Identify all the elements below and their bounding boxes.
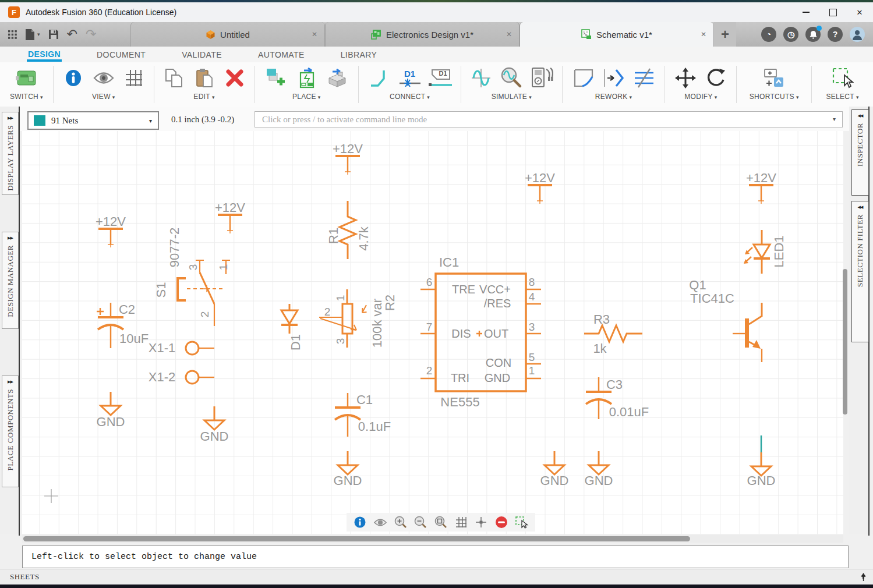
ripup-icon[interactable] <box>632 66 656 90</box>
tab-close-icon[interactable]: ✕ <box>701 30 706 38</box>
rotate-icon[interactable] <box>704 66 728 90</box>
schematic-label[interactable]: 4.7k <box>356 226 372 251</box>
schematic-label[interactable]: 0.1uF <box>358 419 391 434</box>
group-label-rework[interactable]: REWORK▾ <box>595 93 632 101</box>
schematic-label[interactable]: GND <box>585 473 613 488</box>
pin-icon[interactable] <box>860 573 867 583</box>
schematic-label[interactable]: C3 <box>606 377 623 392</box>
schematic-label[interactable]: GND <box>485 371 510 385</box>
minimize-button[interactable] <box>793 2 819 22</box>
tab-electronics-design[interactable]: Electronics Design v1* ✕ <box>325 22 519 47</box>
schematic-label[interactable]: TIC41C <box>690 291 734 306</box>
schematic-canvas[interactable]: +12V+12V+12V+12V+12VGNDGNDGNDGNDGNDGND90… <box>22 131 843 534</box>
undo-icon[interactable]: ↶ <box>67 28 77 41</box>
tab-document[interactable]: DOCUMENT <box>96 48 147 62</box>
gnd-symbol[interactable] <box>204 406 224 430</box>
group-label-simulate[interactable]: SIMULATE▾ <box>492 93 532 101</box>
delete-icon[interactable] <box>222 66 247 90</box>
power-symbol-12v[interactable] <box>218 215 242 233</box>
connector-X1-1-symbol[interactable] <box>186 342 214 355</box>
schematic-label[interactable]: OUT <box>484 327 508 341</box>
group-label-switch[interactable]: SWITCH▾ <box>10 93 43 101</box>
group-label-shortcuts[interactable]: SHORTCUTS▾ <box>750 93 799 101</box>
multimeter-icon[interactable] <box>529 66 554 90</box>
command-line-caret[interactable]: ▾ <box>833 116 836 122</box>
origin-toggle-icon[interactable] <box>474 515 488 529</box>
power-symbol-12v[interactable] <box>528 185 552 204</box>
schematic-label[interactable]: LED1 <box>772 235 787 267</box>
schematic-label[interactable]: 10uF <box>119 331 149 346</box>
resistor-R1-symbol[interactable] <box>340 201 356 259</box>
schematic-label[interactable]: /RES <box>484 297 511 310</box>
vertical-scrollbar-thumb[interactable] <box>843 269 847 415</box>
eye-icon[interactable] <box>91 66 116 90</box>
gnd-symbol[interactable] <box>751 452 771 476</box>
panel-design-manager[interactable]: ▶▶ DESIGN MANAGER <box>2 232 19 329</box>
group-label-edit[interactable]: EDIT▾ <box>193 93 214 101</box>
notifications-bell-icon[interactable] <box>805 27 821 42</box>
schematic-label[interactable]: 6 <box>426 276 433 289</box>
tab-design[interactable]: DESIGN <box>27 47 62 62</box>
new-tab-button[interactable]: + <box>714 22 736 47</box>
group-label-place[interactable]: PLACE▾ <box>292 93 321 101</box>
schematic-label[interactable]: 3 <box>529 321 535 334</box>
net-name-icon[interactable]: D1 <box>398 66 422 90</box>
visibility-eye-icon[interactable] <box>373 515 387 529</box>
schematic-label[interactable]: 7 <box>426 321 433 334</box>
shortcuts-icon[interactable] <box>762 66 786 90</box>
horizontal-scrollbar-thumb[interactable] <box>23 536 690 541</box>
command-line-input[interactable] <box>255 111 843 127</box>
zoom-out-icon[interactable] <box>413 515 427 529</box>
expand-right-icon[interactable]: ▶▶ <box>8 236 13 240</box>
panel-inspector[interactable]: ◀◀ INSPECTOR <box>851 109 869 196</box>
user-avatar[interactable] <box>850 27 865 42</box>
group-label-connect[interactable]: CONNECT▾ <box>390 93 430 101</box>
net-wire-icon[interactable] <box>367 66 392 90</box>
info-mode-icon[interactable] <box>353 515 367 529</box>
nets-dropdown[interactable]: 91 Nets ▾ <box>27 111 159 130</box>
schematic-label[interactable]: D1 <box>288 334 303 350</box>
schematic-label[interactable]: +12V <box>746 171 776 186</box>
schematic-label[interactable]: R1 <box>326 228 341 244</box>
file-menu-icon[interactable]: ▾ <box>25 29 40 41</box>
expand-right-icon[interactable]: ▶▶ <box>8 116 13 121</box>
paste-icon[interactable] <box>192 66 217 90</box>
gnd-symbol[interactable] <box>589 451 609 474</box>
schematic-label[interactable]: X1-1 <box>149 341 175 356</box>
schematic-label[interactable]: R3 <box>593 312 610 327</box>
schematic-label[interactable]: DIS <box>451 327 471 341</box>
schematic-label[interactable]: IC1 <box>439 255 459 270</box>
schematic-label[interactable]: 0.01uF <box>609 405 649 420</box>
zoom-fit-icon[interactable] <box>434 515 448 529</box>
schematic-label[interactable]: C1 <box>356 392 373 408</box>
tab-automate[interactable]: AUTOMATE <box>257 48 306 62</box>
connector-X1-2-symbol[interactable] <box>186 371 214 384</box>
schematic-label[interactable]: GND <box>200 429 229 444</box>
tab-schematic[interactable]: Schematic v1* ✕ <box>519 22 714 47</box>
schematic-label[interactable]: +12V <box>215 200 245 215</box>
zoom-in-icon[interactable] <box>394 515 408 529</box>
expand-right-icon[interactable]: ▶▶ <box>8 380 13 384</box>
diode-D1-symbol[interactable] <box>281 304 298 334</box>
schematic-label[interactable]: NE555 <box>440 395 479 410</box>
schematic-label[interactable]: GND <box>334 473 362 488</box>
schematic-label[interactable]: 2 <box>426 364 433 377</box>
schematic-label[interactable]: S1 <box>154 282 169 298</box>
schematic-label[interactable]: 3 <box>334 338 347 345</box>
schematic-label[interactable]: GND <box>97 415 125 430</box>
schematic-label[interactable]: 8 <box>529 276 535 289</box>
schematic-label[interactable]: 1 <box>529 364 535 377</box>
schematic-label[interactable]: VCC+ <box>479 283 511 296</box>
resistor-R3-symbol[interactable] <box>584 325 642 342</box>
collapse-left-icon[interactable]: ◀◀ <box>858 114 863 118</box>
panel-place-components[interactable]: ▶▶ PLACE COMPONENTS <box>2 376 19 487</box>
place-device-icon[interactable] <box>294 66 319 90</box>
tab-close-icon[interactable]: ✕ <box>506 30 512 38</box>
schematic-label[interactable]: 2 <box>324 306 331 318</box>
schematic-label[interactable]: C2 <box>119 302 135 317</box>
schematic-label[interactable]: 4 <box>529 291 535 303</box>
sine-wave-icon[interactable] <box>469 66 493 90</box>
close-button[interactable]: ✕ <box>846 2 873 22</box>
power-symbol-12v[interactable] <box>749 185 773 204</box>
save-icon[interactable] <box>48 29 59 40</box>
